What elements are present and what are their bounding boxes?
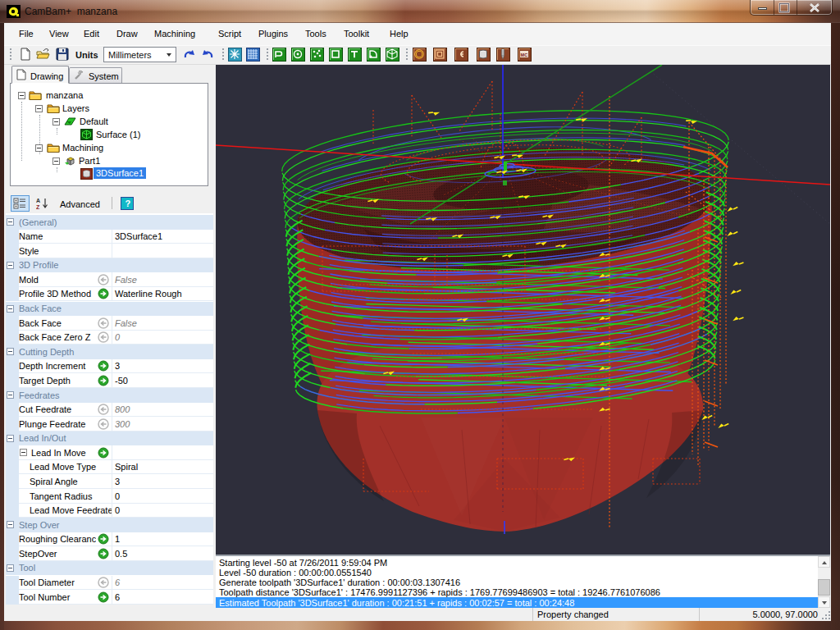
- svg-text:MC: MC: [521, 52, 528, 57]
- svg-text:A: A: [36, 198, 40, 203]
- svg-text:Z: Z: [36, 204, 40, 210]
